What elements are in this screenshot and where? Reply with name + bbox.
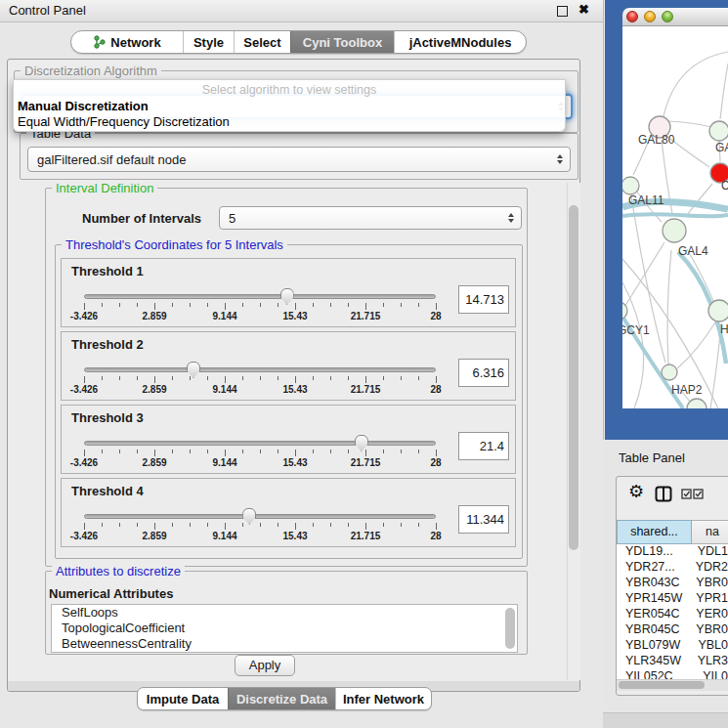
threshold-slider-track[interactable] xyxy=(84,514,436,519)
tab-cyni-toolbox[interactable]: Cyni Toolbox xyxy=(290,31,394,53)
column-layout-icon[interactable] xyxy=(655,486,672,502)
tab-jactivemnodules[interactable]: jActiveMNodules xyxy=(394,31,526,53)
table-row[interactable]: YLR345WYLR3 xyxy=(617,654,728,669)
popup-item-manual-discretization[interactable]: Manual Discretization xyxy=(18,99,149,113)
tick-mark xyxy=(260,376,261,380)
attributes-list-scrollbar[interactable] xyxy=(505,608,515,649)
tick-mark xyxy=(137,303,138,307)
slider-tick-labels: -3.4262.8599.14415.4321.71528 xyxy=(84,384,436,396)
table-row[interactable]: YIL052CYIL0 xyxy=(617,669,728,679)
table-data-combobox[interactable]: galFiltered.sif default node xyxy=(27,147,571,172)
cell-shared-name[interactable]: YBL079W xyxy=(617,638,684,654)
threshold-slider-track[interactable] xyxy=(84,367,436,372)
cell-shared-name[interactable]: YIL052C xyxy=(617,669,689,679)
tick-mark xyxy=(401,376,402,380)
network-edge[interactable] xyxy=(720,64,728,119)
zoom-traffic-light-icon[interactable] xyxy=(662,11,673,22)
network-edge[interactable] xyxy=(687,184,712,215)
tick-mark xyxy=(348,376,349,380)
control-panel-titlebar[interactable]: Control Panel ✖ xyxy=(0,0,603,22)
tab-jactivemnodules-label: jActiveMNodules xyxy=(409,35,512,50)
numerical-attributes-list[interactable]: SelfLoopsTopologicalCoefficientBetweenne… xyxy=(51,604,518,653)
tick-label: 9.144 xyxy=(212,457,236,468)
popup-item-equal-width-frequency[interactable]: Equal Width/Frequency Discretization xyxy=(18,114,230,129)
select-columns-icon[interactable] xyxy=(681,489,705,499)
table-row[interactable]: YPR145WYPR1 xyxy=(617,591,728,607)
network-node-HAP2[interactable] xyxy=(662,364,677,380)
cell-name[interactable]: YBR0 xyxy=(682,576,728,591)
tick-mark xyxy=(418,303,419,307)
tick-mark xyxy=(84,450,85,456)
table-body[interactable]: YDL19...YDL1YDR27...YDR2YBR043CYBR0YPR14… xyxy=(617,544,728,679)
cell-shared-name[interactable]: YBR045C xyxy=(617,622,682,638)
cell-name[interactable]: YIL0 xyxy=(689,669,728,679)
network-node-GAL11[interactable] xyxy=(622,177,639,194)
network-edge[interactable] xyxy=(667,121,711,127)
table-panel-bottom-strip xyxy=(603,712,728,728)
table-row[interactable]: YBR043CYBR0 xyxy=(617,576,728,591)
network-edge[interactable] xyxy=(664,52,728,116)
table-row[interactable]: YBR045CYBR0 xyxy=(617,622,728,638)
network-edge[interactable] xyxy=(677,322,715,368)
tick-mark xyxy=(418,376,419,380)
table-row[interactable]: YBL079WYBL0 xyxy=(617,638,728,654)
cell-name[interactable]: YDR2 xyxy=(682,560,728,576)
cell-shared-name[interactable]: YPR145W xyxy=(617,591,682,607)
cell-name[interactable]: YDL1 xyxy=(684,544,728,560)
network-node-H-node[interactable] xyxy=(708,300,728,321)
threshold-value-field[interactable]: 6.316 xyxy=(458,359,509,387)
network-edge[interactable] xyxy=(623,242,664,309)
minimize-traffic-light-icon[interactable] xyxy=(644,11,656,22)
cell-shared-name[interactable]: YER054C xyxy=(617,607,682,622)
network-node-GAL4[interactable] xyxy=(663,219,686,242)
close-traffic-light-icon[interactable] xyxy=(626,11,638,22)
network-node-GAL7[interactable] xyxy=(709,121,728,141)
attribute-list-item[interactable]: TopologicalCoefficient xyxy=(52,621,517,636)
tab-network[interactable]: Network xyxy=(71,31,183,53)
tab-impute-data[interactable]: Impute Data xyxy=(138,688,228,709)
gear-icon[interactable]: ⚙ xyxy=(628,481,644,502)
float-window-icon[interactable] xyxy=(557,6,568,17)
table-row[interactable]: YER054CYER0 xyxy=(617,607,728,622)
table-hscrollbar-thumb[interactable] xyxy=(619,681,705,689)
network-node-bottom-node[interactable] xyxy=(687,399,707,408)
control-panel-tabbar: Network Style Select Cyni Toolbox jActiv… xyxy=(70,30,527,54)
attribute-list-item[interactable]: BetweennessCentrality xyxy=(52,636,517,652)
threshold-value-field[interactable]: 11.344 xyxy=(458,505,509,534)
cell-shared-name[interactable]: YBR043C xyxy=(617,576,682,591)
threshold-slider-track[interactable] xyxy=(84,294,436,299)
cell-name[interactable]: YLR3 xyxy=(684,654,728,669)
tab-style[interactable]: Style xyxy=(183,31,234,53)
column-header-name[interactable]: na xyxy=(692,520,728,544)
cell-shared-name[interactable]: YLR345W xyxy=(617,654,684,669)
threshold-slider-track[interactable] xyxy=(84,441,436,446)
tick-mark xyxy=(207,303,208,307)
attribute-list-item[interactable]: SelfLoops xyxy=(52,605,517,621)
tab-discretize-data[interactable]: Discretize Data xyxy=(228,688,335,709)
network-edge[interactable] xyxy=(667,250,671,365)
threshold-value-field[interactable]: 14.713 xyxy=(458,285,509,314)
table-row[interactable]: YDR27...YDR2 xyxy=(617,560,728,576)
tick-mark xyxy=(225,303,226,310)
content-scrollbar-thumb[interactable] xyxy=(569,205,578,550)
column-header-shared-name[interactable]: shared... xyxy=(617,520,692,544)
tab-select[interactable]: Select xyxy=(234,31,290,53)
threshold-value-field[interactable]: 21.4 xyxy=(458,432,509,460)
network-edge[interactable] xyxy=(622,214,728,216)
cell-shared-name[interactable]: YDL19... xyxy=(617,544,684,560)
tab-infer-network[interactable]: Infer Network xyxy=(335,688,431,709)
tick-mark xyxy=(295,523,296,530)
cell-shared-name[interactable]: YDR27... xyxy=(617,560,682,576)
number-of-intervals-combobox[interactable]: 5 xyxy=(219,206,522,230)
apply-button[interactable]: Apply xyxy=(235,655,295,676)
close-icon[interactable]: ✖ xyxy=(578,2,589,17)
table-row[interactable]: YDL19...YDL1 xyxy=(617,544,728,560)
tick-mark xyxy=(365,376,366,383)
network-window-titlebar[interactable] xyxy=(622,8,728,26)
network-canvas[interactable]: GAL80GACGAL11GAL4GCY1HHAP2 xyxy=(622,26,728,408)
cell-name[interactable]: YBL0 xyxy=(684,638,728,654)
cell-name[interactable]: YBR0 xyxy=(682,622,728,638)
cell-name[interactable]: YER0 xyxy=(682,607,728,622)
cell-name[interactable]: YPR1 xyxy=(682,591,728,607)
tick-mark xyxy=(401,523,402,527)
